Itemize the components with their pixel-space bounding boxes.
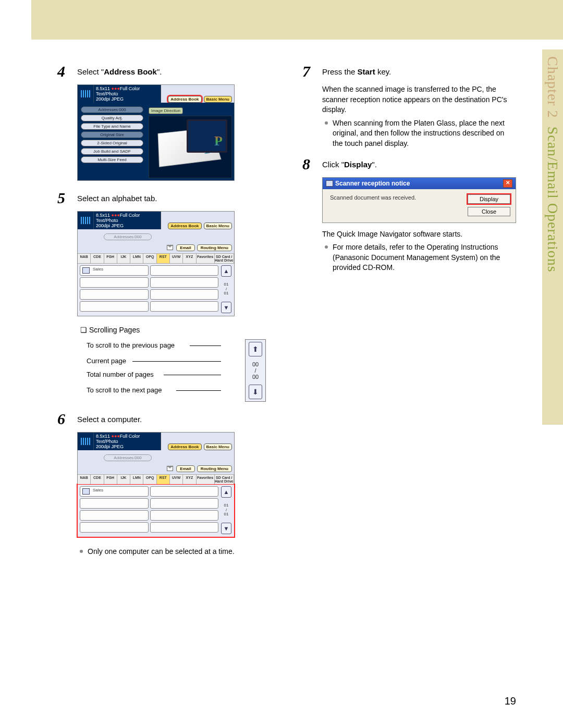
step-text: Select "Address Book". bbox=[77, 64, 271, 77]
chapter-number: Chapter 2 bbox=[545, 56, 561, 118]
alpha-tab[interactable]: IJK bbox=[117, 475, 130, 484]
email-icon bbox=[167, 245, 173, 250]
alpha-tab[interactable]: LMN bbox=[130, 254, 143, 263]
figure-scanner-reception-dialog: Scanner reception notice ✕ Scanned docum… bbox=[322, 177, 516, 223]
alpha-tab[interactable]: UVW bbox=[170, 254, 183, 263]
alpha-tab[interactable]: FGH bbox=[104, 254, 117, 263]
btn-routing[interactable]: Routing Menu bbox=[197, 465, 232, 472]
list-entry[interactable] bbox=[80, 498, 149, 509]
app-icon bbox=[326, 180, 333, 187]
step-8-bullet: For more details, refer to the Operating… bbox=[333, 242, 516, 273]
alpha-tab-sdcard[interactable]: SD Card / Hard Drive bbox=[215, 254, 234, 263]
step-number: 4 bbox=[57, 64, 77, 79]
opt-2sided[interactable]: 2-Sided Original bbox=[81, 140, 143, 146]
btn-routing[interactable]: Routing Menu bbox=[197, 244, 232, 251]
opt-quality[interactable]: Quality Adj. bbox=[81, 115, 143, 121]
step-number: 7 bbox=[302, 64, 322, 79]
page-indicator: 00/00 bbox=[252, 361, 259, 380]
alpha-tab[interactable]: UVW bbox=[170, 475, 183, 484]
btn-email[interactable]: Email bbox=[176, 465, 194, 472]
scroll-up-button[interactable]: ▲ bbox=[221, 265, 231, 277]
btn-email[interactable]: Email bbox=[176, 244, 194, 251]
list-entry[interactable] bbox=[150, 510, 219, 521]
opt-original-size[interactable]: Original Size bbox=[81, 131, 143, 138]
thumbnail-icon bbox=[78, 212, 94, 229]
alpha-tab[interactable]: RST bbox=[157, 475, 170, 484]
dialog-title: Scanner reception notice bbox=[335, 180, 410, 187]
alpha-tab[interactable]: NAB bbox=[78, 254, 91, 263]
tab-basic-menu[interactable]: Basic Menu bbox=[204, 96, 232, 103]
status-readout: 8.5x11 ●●●Full Color Text/Photo 200dpi J… bbox=[94, 85, 161, 103]
page-indicator: 01/01 bbox=[224, 282, 229, 296]
list-entry[interactable] bbox=[150, 486, 219, 497]
alpha-tab[interactable]: XYZ bbox=[183, 475, 196, 484]
pc-icon bbox=[82, 488, 90, 495]
dialog-message: Scanned document was received. bbox=[330, 194, 452, 201]
tab-basic-menu[interactable]: Basic Menu bbox=[204, 443, 232, 450]
close-button[interactable]: Close bbox=[468, 207, 510, 216]
alpha-tab[interactable]: CDE bbox=[91, 254, 104, 263]
list-entry[interactable] bbox=[80, 277, 149, 288]
list-entry[interactable] bbox=[80, 289, 149, 300]
step-6-note: Only one computer can be selected at a t… bbox=[88, 547, 271, 557]
step-8: 8 Click "Display". bbox=[302, 156, 516, 172]
alpha-tab[interactable]: IJK bbox=[117, 254, 130, 263]
tab-basic-menu[interactable]: Basic Menu bbox=[204, 223, 232, 229]
opt-filetype[interactable]: File Type and Name bbox=[81, 123, 143, 130]
alpha-tab[interactable]: CDE bbox=[91, 475, 104, 484]
step-6: 6 Select a computer. bbox=[57, 411, 271, 427]
step-text: Click "Display". bbox=[322, 156, 516, 170]
alpha-tab-favorites[interactable]: Favorites bbox=[197, 475, 215, 484]
scroll-down-button[interactable]: ▼ bbox=[221, 523, 231, 534]
opt-jobbuild[interactable]: Job Build and SADF bbox=[81, 148, 143, 155]
list-entry[interactable]: Sales bbox=[80, 486, 149, 497]
page-number: 19 bbox=[505, 695, 516, 707]
tab-address-book[interactable]: Address Book bbox=[168, 96, 201, 103]
list-entry[interactable] bbox=[150, 498, 219, 509]
legend-next: To scroll to the next page bbox=[87, 386, 162, 394]
chapter-title: Scan/Email Operations bbox=[545, 127, 561, 273]
scroll-up-button[interactable]: ▲ bbox=[221, 486, 231, 498]
display-button[interactable]: Display bbox=[468, 194, 510, 204]
step-7-bullet: When scanning from the Platen Glass, pla… bbox=[333, 118, 516, 149]
scrolling-pages-heading: Scrolling Pages bbox=[80, 326, 271, 334]
chapter-tab-text: Chapter 2 Scan/Email Operations bbox=[544, 56, 561, 273]
step-number: 8 bbox=[302, 156, 322, 172]
image-direction-label[interactable]: Image Direction bbox=[149, 107, 183, 114]
header-band bbox=[31, 0, 563, 40]
dialog-titlebar: Scanner reception notice ✕ bbox=[323, 178, 516, 189]
figure-scrolling-legend: To scroll to the previous page Current p… bbox=[87, 339, 271, 402]
list-entry[interactable] bbox=[150, 522, 219, 533]
thumbnail-icon bbox=[78, 433, 94, 450]
list-entry[interactable]: Sales bbox=[80, 265, 149, 276]
tab-address-book[interactable]: Address Book bbox=[168, 443, 201, 450]
scroll-up-icon: ⬆ bbox=[249, 342, 262, 356]
list-entry[interactable] bbox=[80, 522, 149, 533]
alpha-tab-favorites[interactable]: Favorites bbox=[197, 254, 215, 263]
alpha-tab[interactable]: XYZ bbox=[183, 254, 196, 263]
alpha-tab[interactable]: FGH bbox=[104, 475, 117, 484]
alpha-tab[interactable]: NAB bbox=[78, 475, 91, 484]
alphabet-tab-row: NAB CDE FGH IJK LMN OPQ RST UVW XYZ Favo… bbox=[78, 474, 234, 485]
list-entry[interactable] bbox=[150, 265, 219, 276]
list-entry[interactable] bbox=[150, 277, 219, 288]
alpha-tab-sdcard[interactable]: SD Card / Hard Drive bbox=[215, 475, 234, 484]
alpha-tab[interactable]: RST bbox=[157, 254, 170, 263]
alpha-tab[interactable]: OPQ bbox=[143, 475, 156, 484]
close-icon[interactable]: ✕ bbox=[503, 179, 512, 188]
figure-address-book-panel: 8.5x11 ●●●Full Color Text/Photo 200dpi J… bbox=[77, 84, 235, 181]
list-entry[interactable] bbox=[150, 289, 219, 300]
alpha-tab[interactable]: LMN bbox=[130, 475, 143, 484]
legend-total: Total number of pages bbox=[87, 371, 154, 378]
pc-icon bbox=[82, 267, 90, 274]
list-entry[interactable] bbox=[80, 510, 149, 521]
alpha-tab[interactable]: OPQ bbox=[143, 254, 156, 263]
figure-alphabet-tabs: 8.5x11 ●●●Full Color Text/Photo 200dpi J… bbox=[77, 211, 235, 316]
list-entry[interactable] bbox=[80, 301, 149, 312]
list-entry[interactable] bbox=[150, 301, 219, 312]
step-7: 7 Press the Start key. bbox=[302, 64, 516, 79]
opt-multisize[interactable]: Multi-Size Feed bbox=[81, 156, 143, 163]
scroll-down-button[interactable]: ▼ bbox=[221, 302, 231, 313]
step-7-body: When the scanned image is transferred to… bbox=[322, 84, 516, 115]
tab-address-book[interactable]: Address Book bbox=[168, 223, 201, 229]
